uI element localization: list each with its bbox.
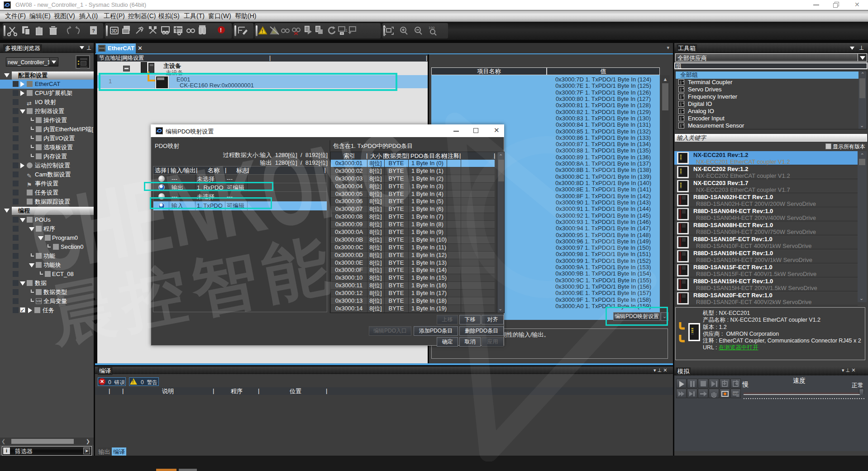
svg-text:!: ! — [220, 27, 222, 33]
svg-text:1: 1 — [345, 28, 348, 33]
svg-text:3D: 3D — [111, 29, 117, 33]
svg-text:?: ? — [92, 28, 95, 33]
svg-text:!: ! — [262, 29, 263, 34]
